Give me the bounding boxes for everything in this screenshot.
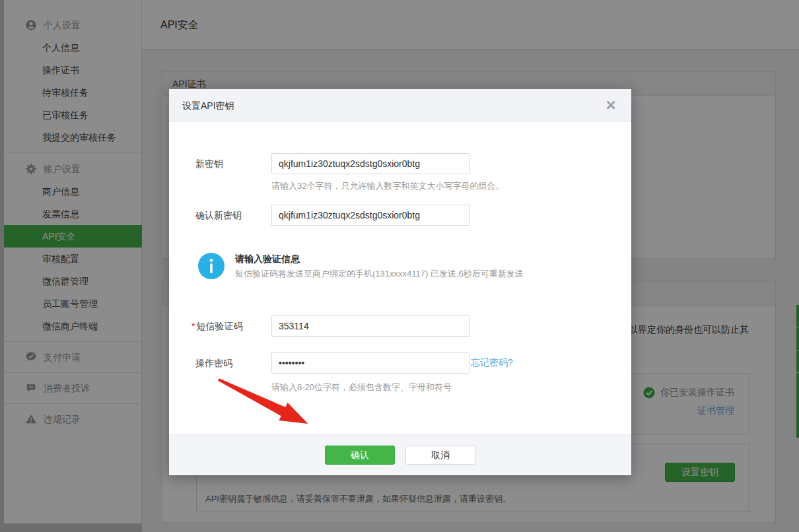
op-password-helper: 请输入8-20位字符，必须包含数字、字母和符号 <box>271 382 452 393</box>
op-password-input[interactable] <box>271 352 469 374</box>
confirm-key-input[interactable] <box>271 205 469 226</box>
new-key-label: 新密钥 <box>195 153 269 174</box>
info-icon <box>198 253 225 279</box>
cancel-button[interactable]: 取消 <box>405 446 475 465</box>
new-key-helper: 请输入32个字符，只允许输入数字和英文大小写字母的组合。 <box>271 180 504 192</box>
sms-code-input[interactable] <box>271 316 469 337</box>
new-key-input[interactable] <box>271 153 469 174</box>
dialog-footer: 确认 取消 <box>169 434 631 475</box>
confirm-button[interactable]: 确认 <box>325 446 395 465</box>
verify-notice-detail: 短信验证码将发送至商户绑定的手机(131xxxx4117) 已发送,6秒后可重新… <box>235 268 524 280</box>
dialog-title: 设置API密钥 <box>182 89 234 122</box>
required-asterisk: * <box>191 321 195 331</box>
page: 个人设置 个人信息 操作证书 待审核任务 已审核任务 我提交的审核任务 <box>0 0 799 532</box>
sms-code-label: *短信验证码 <box>191 316 265 337</box>
close-icon[interactable]: × <box>601 89 621 122</box>
dialog-header: 设置API密钥 × <box>169 89 631 122</box>
forgot-password-link[interactable]: 忘记密码? <box>471 357 513 369</box>
confirm-key-label: 确认新密钥 <box>195 205 269 226</box>
op-password-label: 操作密码 <box>195 352 269 374</box>
verify-notice-title: 请输入验证信息 <box>235 253 300 265</box>
set-api-key-dialog: 设置API密钥 × 新密钥 请输入32个字符，只允许输入数字和英文大小写字母的组… <box>169 89 631 475</box>
